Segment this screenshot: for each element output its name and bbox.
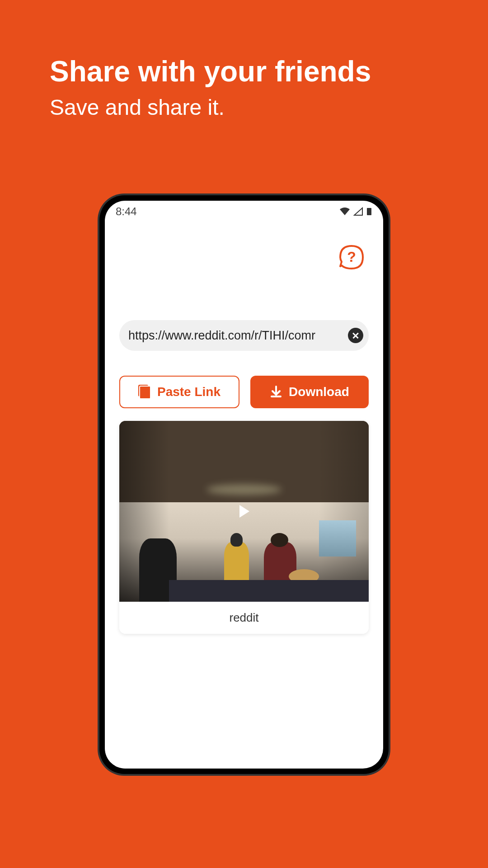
paste-button-label: Paste Link — [157, 385, 221, 399]
phone-screen: 8:44 ? — [105, 201, 383, 769]
paste-link-button[interactable]: Paste Link — [119, 376, 239, 408]
svg-rect-0 — [367, 208, 371, 215]
status-icons — [339, 207, 372, 216]
url-input[interactable] — [128, 329, 348, 343]
promo-subtitle: Save and share it. — [50, 94, 438, 122]
help-button[interactable]: ? — [338, 244, 365, 271]
status-time: 8:44 — [116, 205, 137, 218]
phone-frame: 8:44 ? — [99, 195, 389, 774]
main-content: Paste Link Download — [105, 320, 383, 634]
video-thumbnail[interactable] — [119, 421, 369, 602]
video-source-label: reddit — [119, 602, 369, 634]
play-icon — [236, 503, 252, 519]
video-card[interactable]: reddit — [119, 421, 369, 634]
promo-header: Share with your friends Save and share i… — [0, 0, 488, 122]
download-button[interactable]: Download — [250, 376, 369, 408]
url-input-container — [119, 320, 369, 351]
svg-text:?: ? — [347, 249, 356, 265]
button-row: Paste Link Download — [119, 376, 369, 408]
status-bar: 8:44 — [105, 201, 383, 221]
help-icon: ? — [338, 244, 365, 271]
promo-title: Share with your friends — [50, 54, 438, 89]
download-button-label: Download — [289, 385, 349, 399]
paste-icon — [138, 385, 151, 399]
signal-icon — [353, 207, 363, 216]
wifi-icon — [339, 207, 351, 216]
download-icon — [270, 386, 282, 398]
clear-button[interactable] — [348, 328, 363, 343]
battery-icon — [366, 207, 372, 216]
